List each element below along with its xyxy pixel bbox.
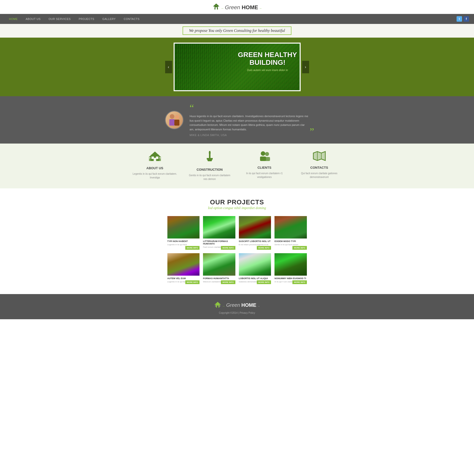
testimonial-section: “ Huus legentis in iis qui facit eorum c… <box>0 96 474 144</box>
banner-text-bar: We propose You only Green Consulting for… <box>0 24 474 38</box>
project-card-4: MORE INFO EODEM MODO TYPI Sentis in iis … <box>274 216 307 249</box>
testimonial-avatar <box>165 111 184 129</box>
feature-contacts-icon <box>297 151 342 163</box>
features-section: ABOUT US Legentis in iis qui facit eorum… <box>0 144 474 188</box>
svg-rect-3 <box>213 7 215 8</box>
svg-point-10 <box>170 114 174 119</box>
project-card-3: MORE INFO SUSCIPIT LOBORTIS NISL UT E es… <box>239 216 271 249</box>
testimonial-author: MIKE & LINDA SMITH, USA <box>190 134 309 137</box>
footer-logo-text: Green HOME <box>226 302 256 308</box>
footer-logo-dots-left: .. <box>223 303 225 307</box>
feature-clients-desc: In iis qui facit eorum claritatem r1 ves… <box>242 171 287 179</box>
project-more-info-8[interactable]: MORE INFO <box>292 280 307 284</box>
svg-rect-2 <box>215 7 217 9</box>
facebook-icon[interactable]: f <box>464 16 469 22</box>
svg-rect-13 <box>174 120 179 126</box>
slider-next-button[interactable]: › <box>302 61 309 73</box>
feature-clients-icon <box>242 151 287 163</box>
project-thumb-1 <box>167 216 200 238</box>
slider-text-overlay: GREEN HEALTHY BUILDING! Duis autem vel e… <box>238 51 297 72</box>
nav-contacts[interactable]: CONTACTS <box>120 14 144 24</box>
svg-marker-37 <box>313 152 325 160</box>
main-nav: HOME ABOUT US OUR SERVICES PROJECTS GALL… <box>0 14 474 24</box>
svg-rect-22 <box>159 157 161 161</box>
project-thumb-6 <box>203 253 235 276</box>
twitter-icon[interactable]: t <box>457 16 462 22</box>
svg-point-32 <box>265 152 269 156</box>
svg-rect-25 <box>209 151 210 158</box>
svg-rect-4 <box>218 7 219 8</box>
project-thumb-7 <box>239 253 271 276</box>
svg-rect-23 <box>149 157 150 159</box>
project-title-4: EODEM MODO TYPI <box>274 240 307 242</box>
slider-container: ‹ GREEN HEALTHY <box>174 43 301 91</box>
footer-house-icon <box>214 302 221 309</box>
features-grid: ABOUT US Legentis in iis qui facit eorum… <box>125 151 349 181</box>
projects-grid: MORE INFO TYPI NON HABENT Legentis in ii… <box>167 216 307 284</box>
nav-gallery[interactable]: GALLERY <box>98 14 120 24</box>
logo-dots-left: .. <box>221 5 223 9</box>
hero-section: ‹ GREEN HEALTHY <box>0 38 474 96</box>
project-more-info-2[interactable]: MORE INFO <box>221 246 235 250</box>
project-more-info-5[interactable]: MORE INFO <box>185 280 200 284</box>
svg-rect-42 <box>219 305 220 307</box>
project-title-6: FORMAS HUMANITATTA <box>203 277 235 280</box>
project-title-5: AUTEM VEL EUM <box>167 277 200 280</box>
project-thumb-5 <box>167 253 200 276</box>
project-card-8: MORE INFO NONUMMY NIBH EUISMOD TI In iis… <box>274 253 307 284</box>
svg-rect-17 <box>156 157 158 159</box>
project-more-info-4[interactable]: MORE INFO <box>292 246 307 250</box>
svg-rect-18 <box>154 158 156 161</box>
site-header: .. Green HOME .. <box>0 0 474 14</box>
house-icon <box>212 3 220 12</box>
svg-rect-27 <box>207 159 212 160</box>
project-more-info-1[interactable]: MORE INFO <box>185 246 200 250</box>
feature-about-desc: Legentis in iis qui facit eorum claritat… <box>133 172 177 179</box>
svg-rect-21 <box>149 157 151 161</box>
slider-subtitle: Duis autem vel eum iriure dolor in <box>238 69 297 72</box>
project-card-1: MORE INFO TYPI NON HABENT Legentis in ii… <box>167 216 200 249</box>
nav-projects[interactable]: PROJECTS <box>75 14 98 24</box>
svg-rect-16 <box>151 157 154 159</box>
quote-open-icon: “ <box>190 103 309 113</box>
nav-home[interactable]: HOME <box>5 14 22 24</box>
slider-prev-button[interactable]: ‹ <box>165 61 172 73</box>
footer-logo[interactable]: .. Green HOME .. <box>214 302 260 309</box>
footer-logo-dots-right: .. <box>258 303 260 307</box>
project-title-8: NONUMMY NIBH EUISMOD TI <box>274 277 307 280</box>
nav-about[interactable]: ABOUT US <box>22 14 45 24</box>
logo-dots-right: .. <box>260 5 262 9</box>
project-thumb-4 <box>274 216 307 238</box>
slider-image: GREEN HEALTHY BUILDING! Duis autem vel e… <box>174 43 301 91</box>
svg-rect-33 <box>265 157 270 161</box>
feature-construction-icon <box>187 151 232 165</box>
feature-clients-title: CLIENTS <box>242 166 287 169</box>
project-title-1: TYPI NON HABENT <box>167 240 200 242</box>
feature-construction: CONSTRUCTION Gentis in iis qui facit eor… <box>187 151 232 181</box>
project-thumb-3 <box>239 216 271 238</box>
site-footer: .. Green HOME .. Copyright ©2014 | Priva… <box>0 294 474 319</box>
feature-about-title: ABOUT US <box>133 166 177 170</box>
project-title-7: LOBORTIS NISL UT ALIQUI <box>239 277 271 280</box>
svg-rect-19 <box>151 155 152 156</box>
project-thumb-8 <box>274 253 307 276</box>
logo[interactable]: .. Green HOME .. <box>212 3 262 12</box>
svg-marker-39 <box>214 302 221 305</box>
project-card-5: MORE INFO AUTEM VEL EUM Legentis in iis … <box>167 253 200 284</box>
slider-title: GREEN HEALTHY BUILDING! <box>238 51 297 67</box>
projects-subtitle: Iod option congue nihil imperdiet doming <box>5 206 469 210</box>
projects-section: OUR PROJECTS Iod option congue nihil imp… <box>0 188 474 294</box>
project-more-info-6[interactable]: MORE INFO <box>221 280 235 284</box>
feature-construction-title: CONSTRUCTION <box>187 168 232 171</box>
feature-clients: CLIENTS In iis qui facit eorum claritate… <box>242 151 287 181</box>
testimonial-content: “ Huus legentis in iis qui facit eorum c… <box>190 103 309 137</box>
project-more-info-3[interactable]: MORE INFO <box>257 246 271 250</box>
svg-rect-11 <box>169 119 175 126</box>
project-more-info-7[interactable]: MORE INFO <box>257 280 271 284</box>
svg-rect-24 <box>159 157 161 159</box>
feature-contacts: CONTACTS Qui facit eorum claritate gatio… <box>297 151 342 181</box>
nav-links: HOME ABOUT US OUR SERVICES PROJECTS GALL… <box>5 14 143 24</box>
nav-services[interactable]: OUR SERVICES <box>45 14 75 24</box>
svg-rect-5 <box>216 5 217 6</box>
svg-rect-20 <box>157 155 159 156</box>
